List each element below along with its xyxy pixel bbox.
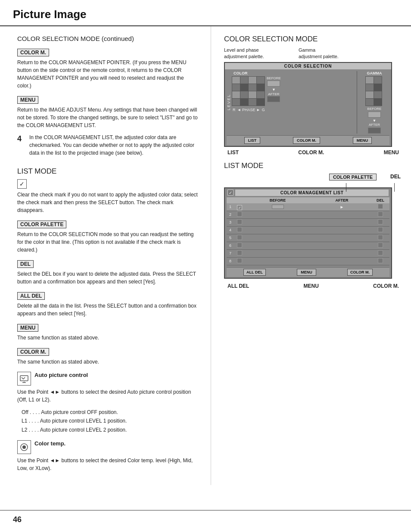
del-text: Select the DEL box if you want to delete… — [17, 270, 198, 286]
diagram-label-right: Gammaadjustment palette. — [299, 47, 339, 60]
cs-menu-btn-inner[interactable]: MENU — [353, 137, 372, 144]
color-m-button-1[interactable]: COLOR M. — [17, 49, 49, 56]
list-mode-text: Clear the check mark if you do not want … — [17, 191, 198, 214]
cs-level-label: LEVEL — [227, 94, 231, 110]
list-mode-diagram: ✓ COLOR MANAGEMENT LIST BEFORE AFTER DEL — [224, 187, 392, 279]
cs-list-label: LIST — [227, 149, 239, 156]
list-item-l1: L1 . . . . Auto picture control LEVEL 1 … — [22, 417, 198, 425]
lm-table-title: COLOR MANAGEMENT LIST — [235, 190, 389, 196]
list-mode-diagram-wrapper: COLOR PALETTE DEL ✓ COLOR MANAGEMENT LIS… — [224, 187, 402, 279]
note-1-row: Auto picture control — [17, 372, 198, 386]
page-number: 46 — [13, 515, 22, 524]
step-4-number: 4 — [17, 134, 27, 143]
lm-colorm-btn-inner[interactable]: COLOR M. — [347, 269, 373, 276]
lm-alldel-btn-inner[interactable]: ALL DEL — [243, 269, 266, 276]
menu-button-2[interactable]: MENU — [17, 324, 38, 332]
cs-colorm-label: COLOR M. — [298, 149, 324, 156]
right-column: COLOR SELECTION MODE Level and phaseadju… — [211, 26, 411, 485]
lm-colorm-label: COLOR M. — [373, 283, 399, 289]
arrow-palette — [346, 183, 346, 192]
menu-text-1: Return to the IMAGE ADJUST Menu. Any set… — [17, 106, 198, 129]
del-label-diagram: DEL — [390, 174, 401, 180]
color-m-text-2: The same function as stated above. — [17, 358, 198, 366]
color-palette-label-diagram: COLOR PALETTE — [329, 174, 377, 180]
checkmark-symbol: ✓ — [17, 179, 27, 189]
cs-menu-label: MENU — [384, 149, 399, 156]
all-del-text: Delete all the data in the list. Press t… — [17, 302, 198, 317]
note-1-content: Auto picture control — [34, 372, 88, 379]
list-mode-title-left: LIST MODE — [17, 167, 198, 176]
note-1-label: Auto picture control — [34, 372, 88, 378]
cs-g-label: G — [262, 108, 265, 112]
arrow-del — [394, 183, 395, 192]
cs-colorm-btn-inner[interactable]: COLOR M. — [293, 137, 320, 144]
cs-list-btn-inner[interactable]: LIST — [244, 137, 261, 144]
all-del-button[interactable]: ALL DEL — [17, 292, 45, 300]
left-column: COLOR SELECTION MODE (continued) COLOR M… — [0, 26, 211, 485]
step-4-row: 4 In the COLOR MANAGEMENT LIST, the adju… — [17, 134, 198, 161]
note-2-content: Color temp. — [34, 440, 65, 448]
color-temp-icon — [17, 440, 31, 454]
lm-menu-btn-inner[interactable]: MENU — [297, 269, 316, 276]
lm-table-rows: 1 ✓ ► 2 3 — [227, 203, 389, 265]
del-button[interactable]: DEL — [17, 260, 34, 268]
lm-check-top[interactable]: ✓ — [227, 190, 234, 196]
note-2-row: Color temp. — [17, 440, 198, 454]
list-item-l2: L2 . . . . Auto picture control LEVEL 2 … — [22, 426, 198, 434]
cs-r-label: R — [233, 108, 236, 112]
svg-point-4 — [22, 445, 26, 449]
cs-color-label: COLOR — [234, 71, 355, 75]
color-palette-text: Return to the COLOR SELECTION mode so th… — [17, 230, 198, 254]
left-section-title: COLOR SELECTION MODE (continued) — [17, 35, 198, 42]
lm-alldel-label: ALL DEL — [227, 283, 249, 289]
note-2-label: Color temp. — [34, 440, 65, 447]
color-palette-button[interactable]: COLOR PALETTE — [17, 221, 66, 228]
page-header: Picture Image — [0, 0, 411, 26]
list-mode-title-right: LIST MODE — [224, 162, 402, 170]
cs-title-bar: COLOR SELECTION — [225, 63, 391, 69]
cs-bottom-labels: LIST COLOR M. MENU — [224, 149, 402, 156]
cs-phase-label: ◄ PHASE ► — [237, 108, 260, 112]
diagram-label-left: Level and phaseadjustment palette. — [224, 47, 264, 60]
cs-gamma-label: GAMMA — [367, 71, 382, 75]
color-m-button-2[interactable]: COLOR M. — [17, 348, 49, 356]
note-1-list: Off . . . . Auto picture control OFF pos… — [22, 408, 198, 434]
note-1-text: Use the Point ◄► buttons to select the d… — [17, 388, 198, 404]
page-title: Picture Image — [13, 8, 87, 21]
lm-menu-label: MENU — [304, 283, 319, 289]
lm-bottom-labels: ALL DEL MENU COLOR M. — [224, 283, 402, 289]
menu-button-1[interactable]: MENU — [17, 96, 38, 104]
color-m-text-1: Return to the COLOR MANAGEMENT POINTER. … — [17, 59, 198, 90]
content-area: COLOR SELECTION MODE (continued) COLOR M… — [0, 26, 411, 485]
auto-picture-icon — [17, 372, 31, 386]
list-item-off: Off . . . . Auto picture control OFF pos… — [22, 408, 198, 417]
menu-text-2: The same function as stated above. — [17, 334, 198, 342]
page-bottom-border — [0, 510, 411, 510]
step-4-text: In the COLOR MANAGEMENT LIST, the adjust… — [29, 134, 198, 157]
note-2-text: Use the Point ◄► buttons to select the d… — [17, 457, 198, 472]
color-selection-diagram: COLOR SELECTION LEVEL COLOR — [224, 62, 392, 147]
right-section-title: COLOR SELECTION MODE — [224, 35, 402, 44]
